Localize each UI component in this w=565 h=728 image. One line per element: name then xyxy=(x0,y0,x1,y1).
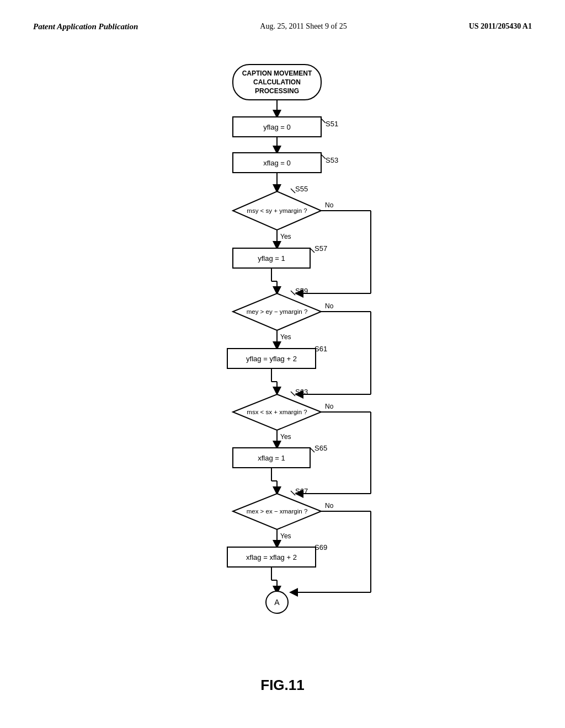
s63-no-label: No xyxy=(325,403,334,410)
header: Patent Application Publication Aug. 25, … xyxy=(0,0,565,42)
s59-no-label: No xyxy=(325,302,334,310)
s59-label: mey > ey − ymargin ? xyxy=(247,308,308,315)
s65-label: xflag = 1 xyxy=(258,454,285,462)
s55-label: msy < sy + ymargin ? xyxy=(247,207,307,214)
start-label-line1: CAPTION MOVEMENT xyxy=(242,69,312,77)
connector-a-label: A xyxy=(274,598,280,607)
s65-id: S65 xyxy=(315,444,327,452)
s67-yes-label: Yes xyxy=(280,532,291,540)
s63-yes-label: Yes xyxy=(280,433,291,441)
s51-id: S51 xyxy=(326,120,338,128)
page: Patent Application Publication Aug. 25, … xyxy=(0,0,565,728)
start-label-line3: PROCESSING xyxy=(255,87,299,95)
s63-label: msx < sx + xmargin ? xyxy=(247,409,307,415)
flowchart-svg: CAPTION MOVEMENT CALCULATION PROCESSING … xyxy=(117,53,448,660)
s55-yes-label: Yes xyxy=(280,233,291,240)
s59-id: S59 xyxy=(295,287,308,295)
s67-no-label: No xyxy=(325,502,334,510)
s61-label: yflag = yflag + 2 xyxy=(246,355,297,363)
s55-no-label: No xyxy=(325,201,334,209)
s67-id: S67 xyxy=(295,487,308,495)
s61-id: S61 xyxy=(315,345,327,353)
s69-id: S69 xyxy=(315,543,327,552)
header-sheet-info: Aug. 25, 2011 Sheet 9 of 25 xyxy=(260,22,347,31)
s51-label: yflag = 0 xyxy=(263,123,291,131)
s53-id: S53 xyxy=(326,156,338,164)
start-label-line2: CALCULATION xyxy=(253,78,301,86)
header-publication-label: Patent Application Publication xyxy=(33,22,138,31)
s55-id: S55 xyxy=(295,185,308,193)
s57-label: yflag = 1 xyxy=(258,254,285,263)
s69-label: xflag = xflag + 2 xyxy=(246,553,297,561)
s67-label: mex > ex − xmargin ? xyxy=(247,508,308,515)
s59-yes-label: Yes xyxy=(280,333,291,341)
s63-id: S63 xyxy=(295,388,308,396)
s53-label: xflag = 0 xyxy=(263,159,291,167)
header-patent-number: US 2011/205430 A1 xyxy=(469,22,532,31)
s57-id: S57 xyxy=(315,244,327,253)
figure-caption: FIG.11 xyxy=(0,677,565,710)
flowchart-container: CAPTION MOVEMENT CALCULATION PROCESSING … xyxy=(0,42,565,666)
